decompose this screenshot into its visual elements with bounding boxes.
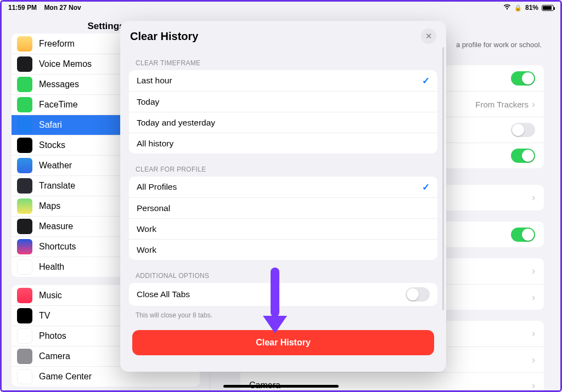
clear-history-button-label: Clear History (256, 338, 311, 348)
section-header-timeframe: CLEAR TIMEFRAME (129, 47, 437, 70)
option-label: Work (137, 245, 156, 255)
option-label: Today (137, 97, 159, 107)
section-header-profile: CLEAR FOR PROFILE (129, 154, 437, 177)
clear-history-modal: Clear History ✕ CLEAR TIMEFRAME Last hou… (120, 21, 446, 372)
modal-body: CLEAR TIMEFRAME Last hour✓TodayToday and… (120, 47, 446, 372)
timeframe-option[interactable]: All history (129, 133, 437, 154)
timeframe-option-list: Last hour✓TodayToday and yesterdayAll hi… (129, 70, 437, 154)
close-tabs-footer: This will close your 8 tabs. (129, 306, 437, 327)
timeframe-option[interactable]: Today and yesterday (129, 112, 437, 133)
checkmark-icon: ✓ (422, 75, 430, 87)
timeframe-option[interactable]: Today (129, 91, 437, 112)
option-label: Work (137, 224, 156, 234)
option-label: All history (137, 139, 173, 149)
clear-history-button[interactable]: Clear History (132, 330, 434, 355)
checkmark-icon: ✓ (422, 181, 430, 193)
close-button[interactable]: ✕ (421, 29, 436, 44)
option-label: All Profiles (137, 182, 177, 192)
profile-option[interactable]: All Profiles✓ (129, 177, 437, 197)
timeframe-option[interactable]: Last hour✓ (129, 70, 437, 91)
scroll-indicator (442, 47, 444, 310)
close-icon: ✕ (425, 31, 432, 41)
home-indicator (223, 385, 339, 388)
close-all-tabs-toggle[interactable] (406, 287, 430, 302)
option-label: Last hour (137, 76, 172, 86)
option-label: Personal (137, 203, 170, 213)
profile-option[interactable]: Personal (129, 197, 437, 218)
close-all-tabs-row[interactable]: Close All Tabs (129, 283, 437, 306)
option-label: Today and yesterday (137, 118, 215, 128)
profile-option[interactable]: Work (129, 239, 437, 260)
profile-option[interactable]: Work (129, 218, 437, 239)
close-all-tabs-label: Close All Tabs (137, 289, 190, 299)
modal-title: Clear History (130, 30, 199, 43)
profile-option-list: All Profiles✓PersonalWorkWork (129, 177, 437, 260)
section-header-additional: ADDITIONAL OPTIONS (129, 260, 437, 283)
